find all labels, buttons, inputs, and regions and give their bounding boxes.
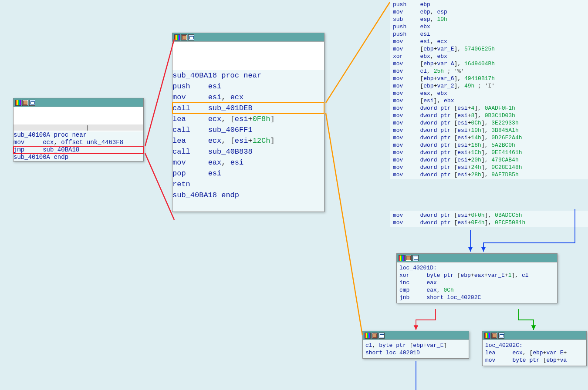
config-icon[interactable]: [181, 34, 187, 40]
asm-line[interactable]: sub_40BA18 endp: [172, 190, 324, 201]
asm-line[interactable]: cmp eax, 0Ch: [399, 286, 554, 294]
graph-node-sub_40BA18[interactable]: sub_40BA18 proc nearpush esimov esi, ecx…: [172, 33, 324, 212]
asm-line[interactable]: lea ecx, [esi+0F8h]: [172, 114, 324, 124]
config-icon[interactable]: [372, 333, 378, 339]
code-block: sub_40BA18 proc nearpush esimov esi, ecx…: [172, 70, 324, 201]
graph-node-sub_40100A[interactable]: sub_40100A proc nearmov ecx, offset unk_…: [13, 98, 144, 161]
asm-line[interactable]: call sub_40B838: [172, 146, 324, 157]
asm-line[interactable]: mov eax, esi: [172, 157, 324, 168]
asm-line[interactable]: mov dword ptr [esi+0F0h], 0BADCC5h: [393, 212, 585, 219]
graph-node-sub_401DEB[interactable]: push ebpmov ebp, espsub esp, 10hpush ebx…: [390, 0, 588, 179]
palette-icon[interactable]: [174, 34, 180, 40]
config-icon[interactable]: [491, 333, 497, 339]
asm-line[interactable]: mov ebp, esp: [393, 8, 585, 16]
graph-node-loc_40201D[interactable]: loc_40201D: xor byte ptr [ebp+eax+var_E+…: [396, 253, 558, 303]
asm-line[interactable]: mov dword ptr [esi+14h], 0D26F2A4h: [393, 134, 585, 141]
graph-node-bottom-left[interactable]: cl, byte ptr [ebp+var_E]short loc_40201D: [362, 331, 469, 359]
asm-line[interactable]: mov ecx, offset unk_4463F8: [14, 139, 143, 146]
highlighted-row: [14, 124, 143, 131]
graph-node-tail[interactable]: mov dword ptr [esi+0F0h], 0BADCC5hmov dw…: [390, 211, 588, 227]
loc-label: loc_40201D:: [399, 265, 437, 271]
loc-label: loc_40202C:: [485, 342, 523, 349]
graph-icon[interactable]: [188, 34, 194, 40]
code-block: cl, byte ptr [ebp+var_E]short loc_40201D: [363, 340, 469, 358]
palette-icon[interactable]: [15, 100, 21, 106]
graph-icon[interactable]: [498, 333, 504, 339]
node-titlebar: [397, 254, 557, 262]
node-blank: [172, 42, 324, 70]
asm-line[interactable]: mov esi, ecx: [172, 92, 324, 103]
asm-line[interactable]: mov esi, ecx: [393, 38, 585, 45]
asm-line[interactable]: mov [esi], ebx: [393, 97, 585, 104]
node-titlebar: [172, 33, 324, 42]
asm-line[interactable]: push ebp: [393, 1, 585, 8]
code-block: sub_40100A proc nearmov ecx, offset unk_…: [14, 131, 143, 161]
asm-line[interactable]: sub esp, 10h: [393, 16, 585, 23]
asm-line[interactable]: push ebx: [393, 23, 585, 30]
asm-line[interactable]: push esi: [393, 30, 585, 38]
code-block: mov dword ptr [esi+0F0h], 0BADCC5hmov dw…: [390, 211, 588, 227]
graph-icon[interactable]: [378, 333, 385, 339]
asm-line[interactable]: mov dword ptr [esi+1Ch], 0EE41461h: [393, 149, 585, 156]
node-titlebar: [14, 98, 143, 107]
graph-icon[interactable]: [29, 100, 35, 106]
graph-icon[interactable]: [412, 255, 419, 261]
asm-line[interactable]: retn: [172, 179, 324, 190]
asm-line[interactable]: mov dword ptr [esi+4], 0AADF0F1h: [393, 104, 585, 112]
palette-icon[interactable]: [484, 333, 490, 339]
asm-line[interactable]: inc eax: [399, 279, 554, 286]
asm-line[interactable]: mov dword ptr [esi+24h], 0C28E148h: [393, 164, 585, 171]
asm-line[interactable]: xor ebx, ebx: [393, 53, 585, 60]
graph-node-loc_40202C[interactable]: loc_40202C: lea ecx, [ebp+var_E+mov byte…: [482, 331, 587, 366]
code-block: loc_40202C: lea ecx, [ebp+var_E+mov byte…: [483, 340, 586, 366]
asm-line[interactable]: mov [ebp+var_E], 57406E25h: [393, 45, 585, 53]
node-titlebar: [483, 331, 586, 340]
asm-line[interactable]: mov cl, 25h ; '%': [393, 67, 585, 75]
asm-line[interactable]: mov dword ptr [esi+10h], 3B845A1h: [393, 127, 585, 134]
asm-line[interactable]: pop esi: [172, 168, 324, 179]
asm-line[interactable]: mov [ebp+var_2], 49h ; 'I': [393, 82, 585, 90]
node-titlebar: [363, 331, 469, 340]
asm-line[interactable]: mov dword ptr [esi+0F4h], 0ECF5081h: [393, 219, 585, 226]
node-blank: [14, 107, 143, 124]
asm-line[interactable]: xor byte ptr [ebp+eax+var_E+1], cl: [399, 272, 554, 279]
asm-line[interactable]: call sub_406FF1: [172, 124, 324, 135]
config-icon[interactable]: [406, 255, 412, 261]
asm-line[interactable]: lea ecx, [ebp+var_E+: [485, 349, 584, 356]
asm-line[interactable]: mov dword ptr [esi+8], 0B3C1D03h: [393, 112, 585, 119]
asm-line[interactable]: mov [ebp+var_A], 1649404Bh: [393, 60, 585, 67]
asm-line[interactable]: mov dword ptr [esi+0Ch], 3E22933h: [393, 119, 585, 127]
config-icon[interactable]: [22, 100, 28, 106]
asm-line[interactable]: lea ecx, [esi+12Ch]: [172, 135, 324, 146]
asm-line[interactable]: sub_40BA18 proc near: [172, 70, 324, 81]
asm-line[interactable]: push esi: [172, 81, 324, 92]
palette-icon[interactable]: [365, 333, 371, 339]
asm-line[interactable]: mov byte ptr [ebp+va: [485, 356, 584, 364]
asm-line[interactable]: mov dword ptr [esi+18h], 5A2BC0h: [393, 141, 585, 149]
asm-line[interactable]: short loc_40201D: [365, 349, 466, 356]
asm-line[interactable]: sub_40100A proc near: [14, 131, 143, 139]
asm-line[interactable]: jnb short loc_40202C: [399, 294, 554, 301]
asm-line[interactable]: mov [ebp+var_6], 49410B17h: [393, 75, 585, 82]
asm-line[interactable]: mov dword ptr [esi+28h], 9AE7DB5h: [393, 171, 585, 178]
code-block: loc_40201D: xor byte ptr [ebp+eax+var_E+…: [397, 262, 557, 303]
code-block: push ebpmov ebp, espsub esp, 10hpush ebx…: [390, 0, 588, 179]
palette-icon[interactable]: [399, 255, 405, 261]
asm-line[interactable]: sub_40100A endp: [14, 154, 143, 161]
asm-line[interactable]: mov dword ptr [esi+20h], 479CAB4h: [393, 156, 585, 164]
asm-line[interactable]: call sub_401DEB: [172, 103, 324, 114]
asm-line[interactable]: jmp sub_40BA18: [14, 146, 143, 154]
asm-line[interactable]: cl, byte ptr [ebp+var_E]: [365, 342, 466, 349]
asm-line[interactable]: mov eax, ebx: [393, 90, 585, 97]
